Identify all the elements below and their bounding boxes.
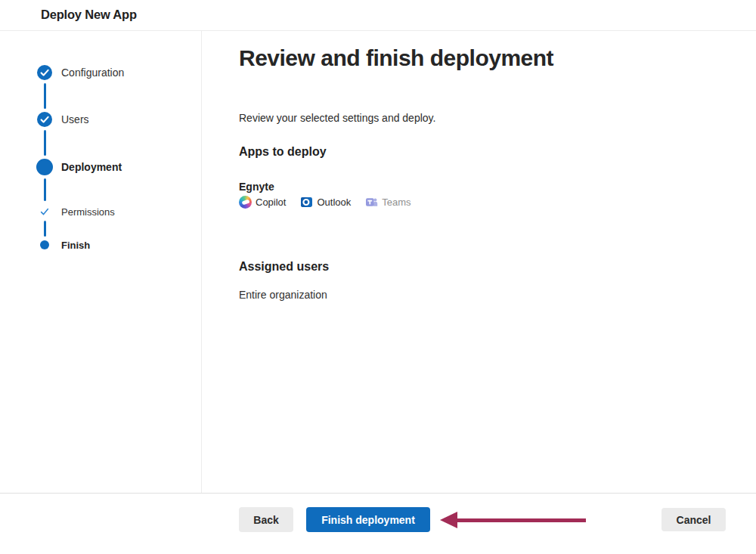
stepper-connector — [44, 178, 46, 201]
host-label: Copilot — [256, 197, 286, 208]
host-label: Outlook — [317, 197, 351, 208]
step-label: Users — [61, 113, 89, 125]
cancel-button[interactable]: Cancel — [662, 508, 726, 531]
teams-icon — [365, 196, 378, 209]
step-configuration[interactable]: Configuration — [36, 63, 124, 82]
step-deployment[interactable]: Deployment — [36, 158, 122, 176]
host-copilot: Copilot — [239, 196, 286, 209]
step-permissions[interactable]: Permissions — [36, 203, 115, 221]
host-teams: Teams — [365, 196, 411, 209]
outlook-icon — [300, 196, 313, 209]
assigned-users-heading: Assigned users — [239, 260, 329, 274]
page-description: Review your selected settings and deploy… — [239, 112, 435, 124]
step-current-icon — [36, 158, 54, 176]
step-label: Deployment — [61, 161, 122, 173]
step-label: Finish — [61, 240, 90, 251]
page-title: Deploy New App — [41, 8, 137, 22]
check-icon — [36, 203, 54, 221]
footer-divider — [0, 493, 756, 494]
host-outlook: Outlook — [300, 196, 351, 209]
back-button[interactable]: Back — [239, 507, 293, 532]
apps-section-heading: Apps to deploy — [239, 145, 327, 159]
arrow-line — [455, 518, 586, 522]
stepper-connector — [44, 130, 46, 156]
step-complete-icon — [36, 63, 54, 82]
annotation-arrow-icon — [440, 512, 586, 529]
stepper-connector — [44, 83, 46, 109]
step-finish[interactable]: Finish — [36, 236, 90, 254]
host-app-list: Copilot Outlook Teams — [239, 196, 411, 209]
copilot-icon — [239, 196, 252, 209]
step-label: Configuration — [61, 67, 124, 79]
page-heading: Review and finish deployment — [239, 45, 553, 71]
step-complete-icon — [36, 110, 54, 128]
step-label: Permissions — [61, 206, 115, 218]
dot-icon — [36, 236, 54, 254]
stepper-connector — [44, 221, 46, 237]
assigned-users-value: Entire organization — [239, 289, 327, 301]
app-name: Egnyte — [239, 181, 274, 193]
deploy-new-app-window: Deploy New App Configuration Users Deplo… — [0, 0, 756, 554]
header-divider — [0, 30, 756, 31]
finish-deployment-button[interactable]: Finish deployment — [306, 507, 430, 532]
step-users[interactable]: Users — [36, 110, 89, 128]
host-label: Teams — [382, 197, 411, 208]
sidebar-divider — [201, 31, 202, 493]
